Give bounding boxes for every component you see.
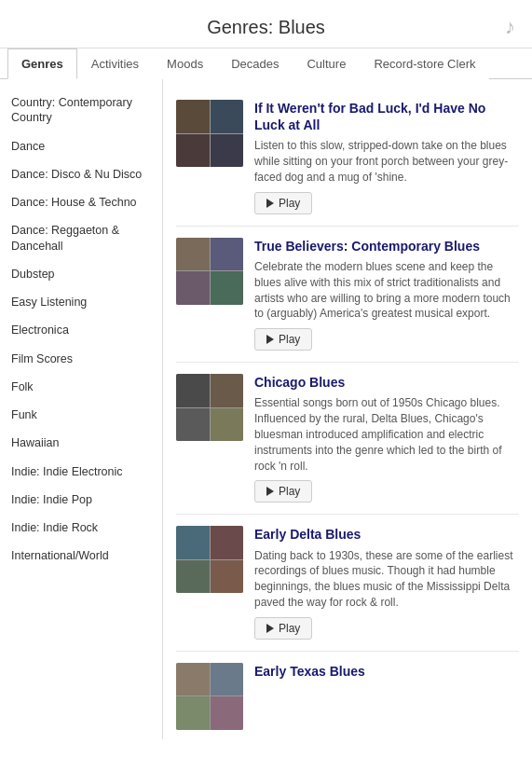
page-header: Genres: Blues ♪ <box>0 0 532 48</box>
sidebar-item-dance-house[interactable]: Dance: House & Techno <box>0 188 162 216</box>
main-layout: Country: Contemporary Country Dance Danc… <box>0 79 532 739</box>
playlist-title: If It Weren't for Bad Luck, I'd Have No … <box>254 100 519 133</box>
play-label: Play <box>279 622 300 635</box>
playlist-title: Early Delta Blues <box>254 526 519 543</box>
music-icon: ♪ <box>505 15 515 39</box>
page-title: Genres: Blues <box>9 17 523 38</box>
album-mosaic <box>176 374 243 441</box>
mosaic-cell <box>211 696 244 730</box>
play-triangle-icon <box>266 199 274 208</box>
playlist-card: If It Weren't for Bad Luck, I'd Have No … <box>176 89 519 227</box>
mosaic-cell <box>176 408 210 442</box>
playlist-description: Celebrate the modern blues scene and kee… <box>254 259 519 322</box>
sidebar-item-dance-disco[interactable]: Dance: Disco & Nu Disco <box>0 160 162 188</box>
playlist-title: True Believers: Contemporary Blues <box>254 238 519 255</box>
mosaic-cell <box>211 238 244 271</box>
mosaic-cell <box>211 560 244 594</box>
play-triangle-icon <box>266 487 274 496</box>
play-button[interactable]: Play <box>254 328 312 351</box>
card-info: Early Delta Blues Dating back to 1930s, … <box>254 526 519 639</box>
mosaic-cell <box>211 663 244 696</box>
tab-decades[interactable]: Decades <box>217 48 293 79</box>
play-label: Play <box>279 485 300 498</box>
sidebar-item-indie-electronic[interactable]: Indie: Indie Electronic <box>0 458 162 486</box>
sidebar-item-film-scores[interactable]: Film Scores <box>0 345 162 373</box>
mosaic-cell <box>211 526 244 559</box>
mosaic-cell <box>176 663 210 696</box>
sidebar-item-dance[interactable]: Dance <box>0 132 162 160</box>
mosaic-cell <box>176 134 210 168</box>
play-button[interactable]: Play <box>254 617 312 640</box>
playlist-card: Chicago Blues Essential songs born out o… <box>176 363 519 515</box>
album-mosaic <box>176 526 243 593</box>
play-triangle-icon <box>266 335 274 344</box>
sidebar-item-dance-reggaeton[interactable]: Dance: Reggaeton & Dancehall <box>0 216 162 260</box>
play-button[interactable]: Play <box>254 192 312 214</box>
sidebar-item-country-contemporary[interactable]: Country: Contemporary Country <box>0 89 162 132</box>
sidebar-item-funk[interactable]: Funk <box>0 401 162 429</box>
playlist-description: Essential songs born out of 1950s Chicag… <box>254 395 519 474</box>
play-button[interactable]: Play <box>254 480 312 503</box>
mosaic-cell <box>176 560 210 594</box>
mosaic-cell <box>211 374 244 407</box>
sidebar-item-indie-pop[interactable]: Indie: Indie Pop <box>0 486 162 514</box>
playlist-card: Early Delta Blues Dating back to 1930s, … <box>176 515 519 651</box>
tab-activities[interactable]: Activities <box>77 48 153 79</box>
tab-moods[interactable]: Moods <box>153 48 217 79</box>
sidebar-item-indie-rock[interactable]: Indie: Indie Rock <box>0 514 162 542</box>
playlist-card: True Believers: Contemporary Blues Celeb… <box>176 227 519 363</box>
tab-culture[interactable]: Culture <box>293 48 360 79</box>
mosaic-cell <box>211 134 244 168</box>
mosaic-cell <box>211 271 244 305</box>
sidebar-item-easy-listening[interactable]: Easy Listening <box>0 288 162 316</box>
play-label: Play <box>279 197 300 210</box>
mosaic-cell <box>176 696 210 730</box>
content-area: If It Weren't for Bad Luck, I'd Have No … <box>163 79 532 739</box>
tab-record-store-clerk[interactable]: Record-store Clerk <box>360 48 489 79</box>
sidebar-item-dubstep[interactable]: Dubstep <box>0 260 162 288</box>
mosaic-cell <box>176 100 210 133</box>
playlist-title: Early Texas Blues <box>254 663 519 680</box>
mosaic-cell <box>211 408 244 442</box>
mosaic-cell <box>176 374 210 407</box>
album-mosaic <box>176 100 243 167</box>
play-triangle-icon <box>266 624 274 633</box>
playlist-title: Chicago Blues <box>254 374 519 391</box>
mosaic-cell <box>176 526 210 559</box>
playlist-card: Early Texas Blues <box>176 652 519 730</box>
card-info: Chicago Blues Essential songs born out o… <box>254 374 519 503</box>
sidebar-item-hawaiian[interactable]: Hawaiian <box>0 429 162 457</box>
play-label: Play <box>279 333 300 346</box>
album-mosaic <box>176 238 243 305</box>
sidebar: Country: Contemporary Country Dance Danc… <box>0 79 163 739</box>
card-info: True Believers: Contemporary Blues Celeb… <box>254 238 519 351</box>
sidebar-item-electronica[interactable]: Electronica <box>0 316 162 344</box>
mosaic-cell <box>176 238 210 271</box>
album-mosaic <box>176 663 243 730</box>
playlist-description: Dating back to 1930s, these are some of … <box>254 548 519 611</box>
card-info: Early Texas Blues <box>254 663 519 684</box>
card-info: If It Weren't for Bad Luck, I'd Have No … <box>254 100 519 214</box>
sidebar-item-international-world[interactable]: International/World <box>0 542 162 570</box>
tab-genres[interactable]: Genres <box>7 48 77 79</box>
mosaic-cell <box>211 100 244 133</box>
nav-tabs: Genres Activities Moods Decades Culture … <box>0 48 532 79</box>
sidebar-item-folk[interactable]: Folk <box>0 373 162 401</box>
mosaic-cell <box>176 271 210 305</box>
playlist-description: Listen to this slow, stripped-down take … <box>254 138 519 185</box>
